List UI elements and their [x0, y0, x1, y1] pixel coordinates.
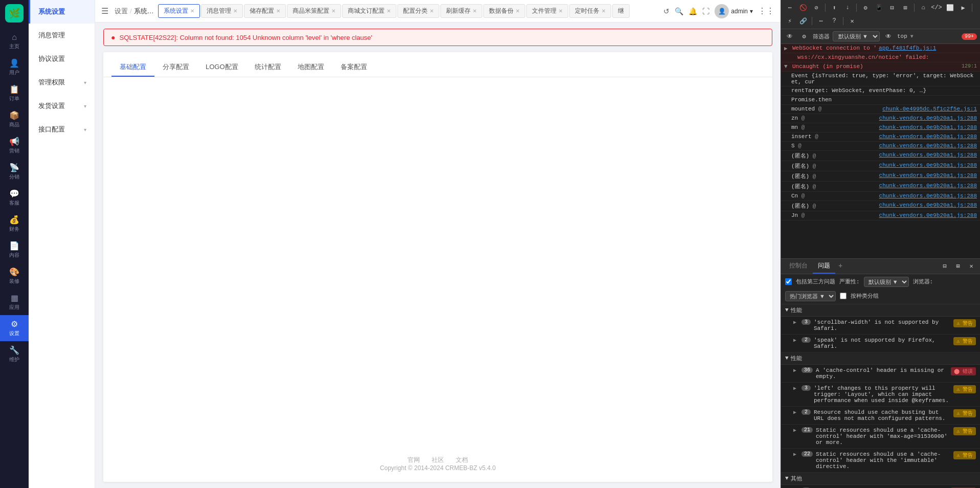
tab-file-mgmt[interactable]: 文件管理 ✕ [526, 4, 568, 18]
issue-category-performance2[interactable]: ▼ 性能 [781, 352, 980, 365]
devtools-settings-icon[interactable]: ⚙ [860, 2, 871, 13]
console-link[interactable]: chunk-vendors.0e9b20a1.js:288 [879, 152, 977, 158]
tab-message-mgmt[interactable]: 消息管理 ✕ [201, 4, 243, 18]
level-dropdown[interactable]: 默认级别 ▼ [833, 31, 880, 41]
close-icon[interactable]: ✕ [276, 8, 280, 14]
tab-product-rec[interactable]: 商品米策配置 ✕ [287, 4, 341, 18]
sidebar-item-marketing[interactable]: 📢 营销 [0, 132, 29, 159]
devtools-close-icon[interactable]: ✕ [847, 15, 858, 27]
content-tab-map[interactable]: 地图配置 [289, 58, 332, 77]
by-type-checkbox[interactable] [840, 293, 847, 299]
tab-storage-config[interactable]: 储存配置 ✕ [244, 4, 286, 18]
bell-icon[interactable]: 🔔 [688, 7, 697, 15]
browser-dropdown[interactable]: 热门浏览器 ▼ [785, 291, 836, 301]
content-tab-record[interactable]: 备案配置 [332, 58, 375, 77]
devtools-help-icon[interactable]: ? [829, 15, 840, 27]
hamburger-button[interactable]: ☰ [101, 6, 108, 16]
reload-icon[interactable]: ↺ [663, 7, 670, 15]
close-icon[interactable]: ✕ [430, 8, 434, 14]
devtools-clear-icon[interactable]: ⊘ [811, 2, 822, 13]
sidebar-item-maintenance[interactable]: 🔧 维护 [0, 341, 29, 367]
console-link[interactable]: chunk-vendors.0e9b20a1.js:288 [879, 162, 977, 168]
close-icon[interactable]: ✕ [473, 8, 477, 14]
console-link[interactable]: chunk-vendors.0e9b20a1.js:288 [879, 143, 977, 149]
severity-dropdown[interactable]: 默认级别 ▼ [864, 277, 909, 287]
devtools-download-icon[interactable]: ↓ [842, 2, 853, 13]
devtools-minimize-icon[interactable]: ⊟ [886, 2, 898, 13]
expand-icon[interactable]: ▶ [793, 337, 798, 343]
devtools-code-icon[interactable]: </> [931, 2, 942, 13]
expand-icon[interactable]: ▶ [793, 409, 798, 415]
close-icon[interactable]: ✕ [190, 8, 194, 14]
tab-doc-upload[interactable]: 商城文订配置 ✕ [342, 4, 396, 18]
footer-link-docs[interactable]: 文档 [456, 456, 468, 463]
nav-item-api[interactable]: 接口配置 ▾ [29, 118, 95, 141]
tab-issues[interactable]: 问题 [813, 259, 835, 274]
sidebar-item-home[interactable]: ⌂ 主页 [0, 29, 29, 54]
tab-scheduled[interactable]: 定时任务 ✕ [569, 4, 611, 18]
console-link[interactable]: chunk-vendors.0e9b20a1.js:288 [879, 212, 977, 218]
content-tab-basic[interactable]: 基础配置 [112, 58, 154, 77]
devtools-dock-icon[interactable]: ⊞ [952, 260, 964, 272]
tab-region-cat[interactable]: 配置分类 ✕ [397, 4, 439, 18]
expand-icon[interactable]: ▼ [784, 63, 790, 70]
expand-icon[interactable]: ▶ [793, 385, 798, 391]
content-tab-stats[interactable]: 统计配置 [247, 58, 289, 77]
devtools-eye-icon[interactable]: 👁 [784, 31, 795, 42]
sidebar-item-app[interactable]: ▦ 应用 [0, 289, 29, 315]
tab-console[interactable]: 控制台 [784, 259, 813, 274]
footer-link-community[interactable]: 社区 [432, 456, 444, 463]
console-link[interactable]: chunk-vendors.0e9b20a1.js:288 [879, 115, 977, 121]
devtools-more-icon[interactable]: ⋯ [784, 2, 795, 13]
close-icon[interactable]: ✕ [559, 8, 563, 14]
devtools-console-icon[interactable]: ▶ [957, 2, 969, 13]
expand-icon[interactable]: ▶ [793, 427, 798, 433]
grid-icon[interactable]: ⋮⋮ [758, 6, 774, 16]
devtools-maximize-icon[interactable]: ⊞ [900, 2, 911, 13]
tab-backup[interactable]: 数据备份 ✕ [483, 4, 525, 18]
devtools-upload-icon[interactable]: ⬆ [829, 2, 840, 13]
content-tab-logo[interactable]: LOGO配置 [197, 58, 247, 77]
console-link[interactable]: chunk-vendors.0e9b20a1.js:288 [879, 202, 977, 208]
console-link[interactable]: app.f481f4fb.js:1 [879, 45, 936, 51]
issue-category-performance[interactable]: ▼ 性能 [781, 304, 980, 317]
console-link[interactable]: chunk-vendors.0e9b20a1.js:288 [879, 172, 977, 179]
devtools-panel-icon[interactable]: ⬜ [944, 2, 955, 13]
devtools-block-icon[interactable]: 🚫 [797, 2, 809, 13]
devtools-link-icon[interactable]: 🔗 [797, 15, 809, 27]
devtools-more-tools-icon[interactable]: ⋯ [815, 15, 827, 27]
close-icon[interactable]: ✕ [331, 8, 336, 14]
devtools-split-icon[interactable]: ⊟ [939, 260, 950, 272]
expand-icon[interactable]: ▶ [793, 451, 798, 457]
close-icon[interactable]: ✕ [387, 8, 391, 14]
devtools-eye2-icon[interactable]: 👁 [883, 31, 894, 42]
sidebar-item-distribution[interactable]: 📡 分销 [0, 159, 29, 185]
add-tab-icon[interactable]: + [835, 262, 845, 270]
close-icon[interactable]: ✕ [233, 8, 237, 14]
footer-link-official[interactable]: 官网 [408, 456, 420, 463]
devtools-mobile-icon[interactable]: 📱 [873, 2, 884, 13]
sidebar-item-product[interactable]: 📦 商品 [0, 106, 29, 132]
tab-cache[interactable]: 刷新缓存 ✕ [440, 4, 482, 18]
nav-item-system[interactable]: 系统设置 [29, 0, 95, 24]
console-link[interactable]: chunk-vendors.0e9b20a1.js:288 [879, 183, 977, 189]
search-icon[interactable]: 🔍 [675, 7, 683, 15]
issue-category-other[interactable]: ▼ 其他 [781, 473, 980, 485]
close-icon[interactable]: ✕ [516, 8, 520, 14]
sidebar-item-content[interactable]: 📄 内容 [0, 237, 29, 263]
fullscreen-icon[interactable]: ⛶ [702, 7, 709, 15]
sidebar-item-settings[interactable]: ⚙ 设置 [0, 315, 29, 341]
devtools-close-panel-icon[interactable]: ✕ [966, 260, 977, 272]
tab-system-settings[interactable]: 系统设置 ✕ [158, 4, 200, 18]
nav-item-shipping[interactable]: 发货设置 ▾ [29, 94, 95, 118]
console-link[interactable]: chunk-vendors.0e9b20a1.js:288 [879, 134, 977, 140]
nav-item-protocol[interactable]: 协议设置 [29, 47, 95, 71]
nav-item-permission[interactable]: 管理权限 ▾ [29, 71, 95, 94]
user-info[interactable]: 👤 admin ▾ [715, 4, 753, 18]
expand-icon[interactable]: ▶ [784, 45, 790, 52]
expand-icon[interactable]: ▶ [793, 319, 798, 325]
sidebar-item-user[interactable]: 👤 用户 [0, 54, 29, 80]
devtools-console[interactable]: ▶ WebSocket connection to 'app.f481f4fb.… [781, 44, 980, 258]
content-tab-share[interactable]: 分享配置 [154, 58, 197, 77]
include-third-party-checkbox[interactable] [785, 278, 792, 285]
